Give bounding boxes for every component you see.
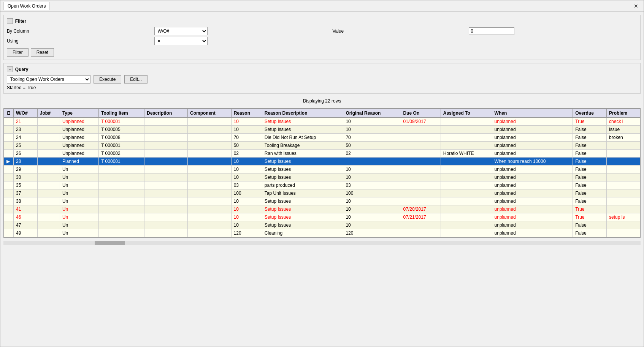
overdue-cell: True: [573, 213, 607, 221]
component-cell: [188, 118, 232, 126]
arrow-cell: [4, 189, 14, 197]
table-header-row: 🗒 W/O# Job# Type Tooling Item Descriptio…: [4, 109, 640, 118]
col-component[interactable]: Component: [188, 109, 232, 118]
col-description[interactable]: Description: [144, 109, 188, 118]
filter-panel: − Filter By Column W/O# Job# Type Value …: [3, 15, 641, 60]
type-cell: Un: [60, 197, 98, 205]
desc-cell: [144, 158, 188, 166]
reason-desc-cell: Setup Issues: [262, 174, 343, 181]
reason-cell: 120: [231, 229, 262, 237]
col-type[interactable]: Type: [60, 109, 98, 118]
filter-value-input[interactable]: [469, 27, 514, 35]
problem-cell: [607, 150, 640, 158]
assigned-cell: [441, 205, 492, 213]
reason-desc-cell: Die Did Not Run At Setup: [262, 134, 343, 142]
overdue-cell: False: [573, 174, 607, 181]
using-select[interactable]: = < >: [154, 37, 208, 45]
query-collapse-btn[interactable]: −: [7, 66, 13, 72]
due-on-cell: [401, 150, 441, 158]
job-cell: [37, 166, 60, 174]
reason-cell: 03: [231, 181, 262, 189]
col-overdue[interactable]: Overdue: [573, 109, 607, 118]
table-row[interactable]: 46Un10Setup Issues1007/21/2017unplannedT…: [4, 213, 640, 221]
col-problem[interactable]: Problem: [607, 109, 640, 118]
table-row[interactable]: 37Un100Tap Unit Issues100unplannedFalse: [4, 189, 640, 197]
col-reason[interactable]: Reason: [231, 109, 262, 118]
component-cell: [188, 189, 232, 197]
problem-cell: [607, 205, 640, 213]
assigned-cell: [441, 166, 492, 174]
close-button[interactable]: ✕: [631, 3, 641, 9]
wo-cell: 49: [14, 229, 38, 237]
window-tab[interactable]: Open Work Orders: [3, 2, 50, 10]
scroll-thumb[interactable]: [95, 241, 125, 245]
table-row[interactable]: 41Un10Setup Issues1007/20/2017unplannedT…: [4, 205, 640, 213]
desc-cell: [144, 213, 188, 221]
table-row[interactable]: 47Un10Setup Issues10unplannedFalse: [4, 221, 640, 229]
reset-button[interactable]: Reset: [31, 48, 54, 57]
table-row[interactable]: 38Un10Setup Issues10unplannedFalse: [4, 197, 640, 205]
assigned-cell: [441, 126, 492, 134]
using-label: Using: [7, 38, 152, 44]
orig-reason-cell: 100: [343, 189, 401, 197]
overdue-cell: False: [573, 197, 607, 205]
table-row[interactable]: 30Un10Setup Issues10unplannedFalse: [4, 174, 640, 181]
table-row[interactable]: 49Un120Cleaning120unplannedFalse: [4, 229, 640, 237]
orig-reason-cell: 02: [343, 150, 401, 158]
col-wo[interactable]: W/O#: [14, 109, 38, 118]
problem-cell: [607, 221, 640, 229]
by-column-select[interactable]: W/O# Job# Type: [154, 27, 208, 35]
problem-cell: [607, 142, 640, 150]
arrow-cell: [4, 150, 14, 158]
when-cell: unplanned: [492, 229, 573, 237]
reason-desc-cell: Ran with issues: [262, 150, 343, 158]
due-on-cell: [401, 142, 441, 150]
edit-button[interactable]: Edit...: [124, 75, 148, 84]
main-window: Open Work Orders ✕ − Filter By Column W/…: [0, 0, 644, 347]
table-row[interactable]: 21UnplannedT 00000110Setup Issues1001/09…: [4, 118, 640, 126]
table-row[interactable]: 24UnplannedT 00000870Die Did Not Run At …: [4, 134, 640, 142]
reason-desc-cell: Setup Issues: [262, 213, 343, 221]
col-tooling[interactable]: Tooling Item: [99, 109, 144, 118]
col-job[interactable]: Job#: [37, 109, 60, 118]
overdue-cell: False: [573, 126, 607, 134]
wo-cell: 25: [14, 142, 38, 150]
assigned-cell: [441, 197, 492, 205]
problem-cell: [607, 229, 640, 237]
table-row[interactable]: 23UnplannedT 00000510Setup Issues10unpla…: [4, 126, 640, 134]
col-assigned[interactable]: Assigned To: [441, 109, 492, 118]
table-row[interactable]: 35Un03parts produced03unplannedFalse: [4, 181, 640, 189]
orig-reason-cell: 10: [343, 174, 401, 181]
desc-cell: [144, 181, 188, 189]
col-when[interactable]: When: [492, 109, 573, 118]
reason-cell: 02: [231, 150, 262, 158]
table-row[interactable]: 26UnplannedT 00000202Ran with issues02Ho…: [4, 150, 640, 158]
reason-desc-cell: Setup Issues: [262, 166, 343, 174]
filter-collapse-btn[interactable]: −: [7, 18, 13, 24]
orig-reason-cell: 10: [343, 166, 401, 174]
col-due-on[interactable]: Due On: [401, 109, 441, 118]
type-cell: Un: [60, 221, 98, 229]
table-row[interactable]: 25UnplannedT 00000150Tooling Breakage50u…: [4, 142, 640, 150]
table-row[interactable]: 29Un10Setup Issues10unplannedFalse: [4, 166, 640, 174]
component-cell: [188, 229, 232, 237]
query-info: Started = True: [7, 85, 637, 90]
problem-cell: [607, 174, 640, 181]
tooling-cell: T 000005: [99, 126, 144, 134]
type-cell: Un: [60, 189, 98, 197]
wo-cell: 37: [14, 189, 38, 197]
horizontal-scrollbar[interactable]: [3, 241, 641, 245]
execute-button[interactable]: Execute: [94, 75, 121, 84]
col-orig-reason[interactable]: Original Reason: [343, 109, 401, 118]
orig-reason-cell: 120: [343, 229, 401, 237]
when-cell: unplanned: [492, 181, 573, 189]
job-cell: [37, 150, 60, 158]
table-row[interactable]: ▶28PlannedT 00000110Setup IssuesWhen hou…: [4, 158, 640, 166]
col-reason-desc[interactable]: Reason Description: [262, 109, 343, 118]
query-select[interactable]: Tooling Open Work Orders All Work Orders: [7, 75, 90, 84]
overdue-cell: False: [573, 142, 607, 150]
filter-label: Filter: [15, 19, 26, 24]
due-on-cell: [401, 181, 441, 189]
job-cell: [37, 197, 60, 205]
filter-button[interactable]: Filter: [7, 48, 29, 57]
